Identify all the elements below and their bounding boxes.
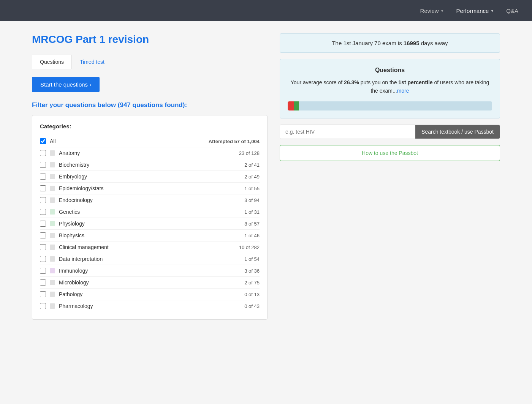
category-color-swatch [50,150,55,156]
nav-qa-label: Q&A [506,8,518,14]
category-checkbox[interactable] [40,150,46,156]
category-count: 3 of 94 [244,197,260,203]
category-color-swatch [50,221,55,226]
category-checkbox[interactable] [40,244,46,250]
category-row: Pathology0 of 13 [40,289,260,300]
category-color-swatch [50,197,55,203]
category-count: 2 of 41 [244,162,260,168]
qcard-more-link[interactable]: more [397,88,409,94]
category-checkbox[interactable] [40,221,46,227]
category-count: 10 of 282 [239,245,260,250]
category-color-swatch [50,162,55,167]
category-count: 1 of 31 [244,209,260,215]
questions-card-text: Your average score of 26.3% puts you on … [288,78,492,95]
category-count: 8 of 57 [244,221,260,227]
category-checkbox[interactable] [40,209,46,215]
nav-review[interactable]: Review ▼ [415,5,448,17]
category-checkbox-all[interactable] [40,138,46,144]
categories-box: Categories: All Attempted 57 of 1,004 An… [32,115,268,320]
category-name: Anatomy [59,150,235,156]
category-name: Pharmacology [59,303,241,309]
category-name: Pathology [59,291,241,297]
category-count: 0 of 43 [244,303,260,309]
qcard-score: 26.3% [344,79,359,85]
progress-bar-green [294,101,299,110]
filter-count: 947 [120,101,130,109]
tab-timed-test-label: Timed test [80,59,104,65]
tabs: Questions Timed test [32,55,268,69]
category-row: Anatomy23 of 128 [40,147,260,159]
tab-timed-test[interactable]: Timed test [72,55,112,69]
main-container: MRCOG Part 1 revision Questions Timed te… [23,21,509,332]
exam-banner: The 1st January 70 exam is 16995 days aw… [280,33,500,53]
category-row: Physiology8 of 57 [40,218,260,230]
category-row: Epidemiology/stats1 of 55 [40,183,260,194]
category-row: Clinical management10 of 282 [40,241,260,253]
category-name: Endocrinology [59,197,241,203]
category-name: Epidemiology/stats [59,185,241,191]
tab-questions-label: Questions [40,59,64,65]
category-count: 1 of 55 [244,186,260,191]
exam-banner-post: days away [420,40,448,46]
passbot-search-button[interactable]: Search textbook / use Passbot [415,125,500,139]
category-checkbox[interactable] [40,162,46,168]
category-color-swatch [50,174,55,179]
category-all-count: Attempted 57 of 1,004 [209,139,260,144]
nav-performance[interactable]: Performance ▼ [452,5,499,17]
qcard-text-pre: Your average score of [291,79,344,85]
category-name: Physiology [59,221,241,227]
category-row: Embryology2 of 49 [40,171,260,183]
category-row: Pharmacology0 of 43 [40,300,260,312]
category-row: Data interpretation1 of 54 [40,253,260,265]
right-column: The 1st January 70 exam is 16995 days aw… [280,33,500,320]
category-row: Immunology3 of 36 [40,265,260,277]
category-name: Embryology [59,174,241,180]
category-count: 2 of 49 [244,174,260,180]
category-row: Genetics1 of 31 [40,206,260,218]
header-nav: Review ▼ Performance ▼ Q&A [415,5,523,17]
category-checkbox[interactable] [40,232,46,238]
category-list: Anatomy23 of 128Biochemistry2 of 41Embry… [40,147,260,312]
category-count: 1 of 54 [244,256,260,262]
category-checkbox[interactable] [40,268,46,274]
start-questions-button[interactable]: Start the questions › [32,77,100,92]
category-checkbox[interactable] [40,174,46,180]
category-all-label: All [50,138,205,144]
start-questions-label: Start the questions › [40,81,91,88]
nav-performance-label: Performance [456,8,489,14]
category-checkbox[interactable] [40,197,46,203]
tab-questions[interactable]: Questions [32,55,72,69]
category-color-swatch [50,233,55,238]
exam-banner-pre: The 1st January 70 exam is [332,40,403,46]
category-color-swatch [50,209,55,215]
category-name: Clinical management [59,244,235,250]
category-checkbox[interactable] [40,291,46,297]
page-title: MRCOG Part 1 revision [32,33,268,46]
category-count: 1 of 46 [244,233,260,238]
qcard-text-mid: puts you on the [359,79,399,85]
category-color-swatch [50,280,55,285]
category-checkbox[interactable] [40,256,46,262]
category-row-all: All Attempted 57 of 1,004 [40,136,260,147]
category-color-swatch [50,186,55,191]
category-name: Biophysics [59,232,241,238]
category-checkbox[interactable] [40,185,46,191]
category-color-swatch [50,256,55,262]
nav-qa[interactable]: Q&A [502,5,523,17]
passbot-search: Search textbook / use Passbot [280,125,500,139]
passbot-input[interactable] [280,125,415,139]
category-name: Genetics [59,209,241,215]
category-checkbox[interactable] [40,303,46,309]
category-count: 2 of 75 [244,280,260,286]
nav-review-arrow: ▼ [440,9,444,13]
passbot-how-label: How to use the Passbot [362,150,418,156]
questions-card-title: Questions [288,67,492,74]
filter-heading-suffix: questions found): [131,101,187,109]
category-row: Endocrinology3 of 94 [40,194,260,206]
category-count: 0 of 13 [244,292,260,297]
category-count: 23 of 128 [239,150,260,156]
nav-performance-arrow: ▼ [490,9,494,13]
passbot-how-link[interactable]: How to use the Passbot [280,145,500,161]
qcard-percentile: 1st percentile [398,79,432,85]
category-checkbox[interactable] [40,279,46,286]
